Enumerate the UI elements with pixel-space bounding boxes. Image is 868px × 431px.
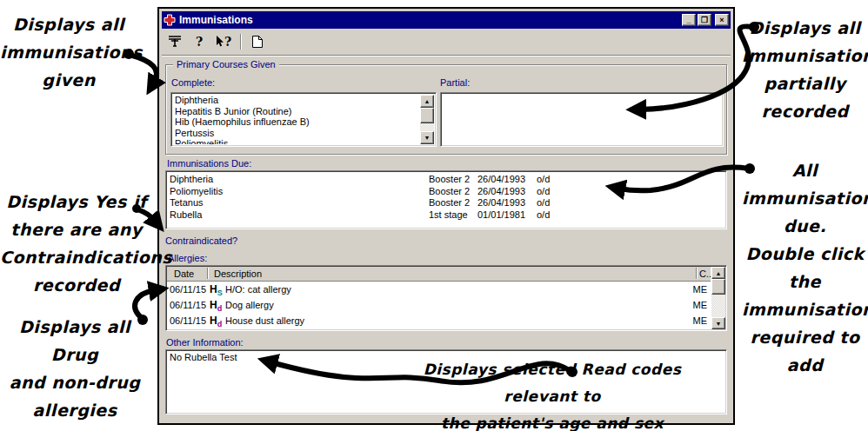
scrollbar-thumb[interactable]: [711, 279, 725, 295]
list-item[interactable]: Hib (Haemophilus influenzae B): [175, 116, 436, 128]
complete-label: Complete:: [171, 77, 215, 88]
list-item[interactable]: Hepatitis B Junior (Routine): [175, 106, 436, 117]
toolbar-separator: [240, 34, 241, 50]
window-title: Immunisations: [179, 14, 680, 26]
context-help-icon[interactable]: ?: [214, 33, 233, 50]
contraindicated-label: Contraindicated?: [165, 235, 237, 246]
syringe-icon[interactable]: [165, 33, 184, 50]
maximize-button[interactable]: ❐: [698, 14, 711, 26]
list-item[interactable]: Pertussis: [175, 128, 436, 139]
allergies-table[interactable]: Date Description C.. 06/11/15 HS H/O: ca…: [165, 265, 727, 331]
due-row[interactable]: Rubella 1st stage 01/01/1981 o/d: [166, 209, 726, 222]
annotation-top-right: Displays all immunisations partially rec…: [742, 14, 868, 125]
other-information-label: Other Information:: [166, 337, 244, 348]
column-divider[interactable]: [696, 268, 697, 279]
list-item[interactable]: Poliomyelitis: [175, 138, 436, 144]
primary-courses-label: Primary Courses Given: [173, 59, 279, 70]
allergy-row[interactable]: 06/11/15 Hd House dust allergy ME: [168, 313, 711, 328]
allergy-row[interactable]: 06/11/15 HS H/O: cat allergy ME: [168, 282, 711, 297]
new-document-icon[interactable]: [248, 33, 267, 50]
annotation-right-mid: All immunisations due. Double click the …: [742, 156, 868, 379]
annotation-left-mid: Displays Yes if there are any Contraindi…: [0, 188, 153, 299]
col-date[interactable]: Date: [174, 269, 194, 279]
complete-listbox[interactable]: Diphtheria Hepatitis B Junior (Routine) …: [170, 92, 437, 147]
toolbar: ? ?: [162, 29, 731, 56]
immunisations-due-listbox[interactable]: Diphtheria Booster 2 26/04/1993 o/d Poli…: [165, 170, 727, 229]
title-bar[interactable]: Immunisations _ ❐ ×: [162, 11, 731, 29]
annotation-top-left: Displays all immunisations given: [0, 10, 137, 94]
partial-listbox[interactable]: [440, 92, 724, 147]
col-c[interactable]: C..: [699, 269, 711, 279]
drug-allergy-icon: Hd: [210, 299, 222, 313]
drug-allergy-icon: Hd: [210, 315, 222, 328]
scrollbar-thumb[interactable]: [420, 108, 434, 123]
primary-courses-groupbox: Primary Courses Given Complete: Diphther…: [165, 64, 727, 155]
scroll-up-icon[interactable]: ▲: [711, 267, 725, 279]
close-button[interactable]: ×: [715, 14, 729, 26]
annotation-bottom-left: Displays all Drug and non-drug allergies…: [0, 313, 150, 431]
due-row[interactable]: Poliomyelitis Booster 2 26/04/1993 o/d: [166, 186, 726, 198]
list-item[interactable]: Diphtheria: [175, 95, 436, 106]
allergies-label: Allergies:: [168, 253, 207, 263]
help-icon[interactable]: ?: [190, 33, 209, 50]
column-divider[interactable]: [207, 268, 208, 279]
immunisations-due-label: Immunisations Due:: [167, 158, 251, 169]
red-cross-icon: [164, 14, 176, 26]
minimize-button[interactable]: _: [682, 14, 696, 26]
due-row[interactable]: Diphtheria Booster 2 26/04/1993 o/d: [166, 174, 726, 186]
scroll-down-icon[interactable]: ▼: [420, 131, 434, 144]
allergies-scrollbar[interactable]: ▲ ▼: [711, 267, 725, 329]
scroll-up-icon[interactable]: ▲: [420, 95, 434, 108]
col-description[interactable]: Description: [214, 269, 262, 279]
due-row[interactable]: Tetanus Booster 2 26/04/1993 o/d: [166, 197, 726, 209]
complete-scrollbar[interactable]: ▲ ▼: [420, 95, 434, 144]
screenshot-root: { "colors": { "title_bar": "#000080", "l…: [0, 0, 868, 431]
scroll-down-icon[interactable]: ▼: [711, 317, 725, 329]
partial-label: Partial:: [440, 77, 470, 88]
allergies-header-row: Date Description C..: [167, 267, 711, 282]
allergy-row[interactable]: 06/11/15 Hd Dog allergy ME: [168, 297, 711, 313]
history-allergy-icon: HS: [210, 283, 223, 297]
annotation-bottom-center: Displays selected Read codes relevant to…: [400, 356, 704, 431]
